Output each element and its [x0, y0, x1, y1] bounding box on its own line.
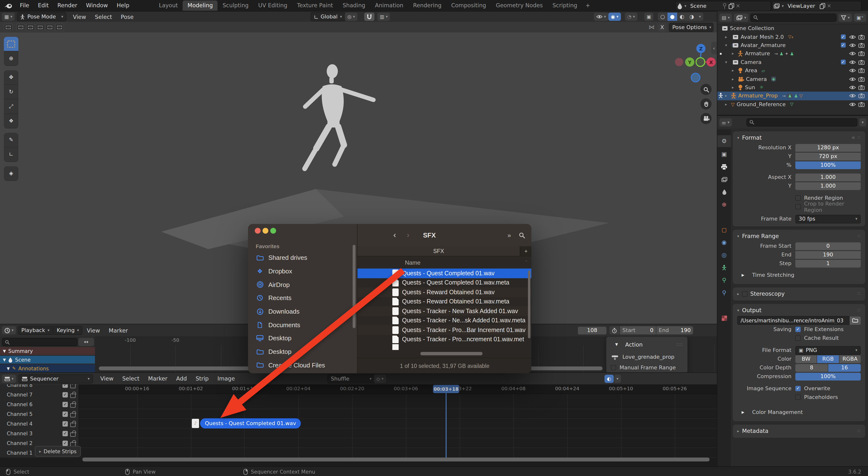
- viewport-menu[interactable]: Pose: [117, 13, 138, 20]
- expand-icon[interactable]: ▼: [7, 366, 10, 370]
- maximize-window-button[interactable]: [270, 228, 276, 234]
- properties-tab[interactable]: [717, 161, 731, 173]
- sequencer-body[interactable]: 00:00+1600:01+0200:01+1800:02+0400:02+20…: [0, 384, 717, 466]
- timeline-channel-row[interactable]: ▼ Scene: [0, 356, 95, 363]
- annotate-tool[interactable]: ✎: [4, 133, 19, 147]
- overlap-mode-selector[interactable]: Shuffle▾: [328, 374, 375, 383]
- wireframe-shading-button[interactable]: ○: [658, 12, 668, 21]
- time-stretching-section[interactable]: Time Stretching: [752, 272, 795, 278]
- color-bw-option[interactable]: BW: [795, 355, 817, 363]
- sequencer-menu[interactable]: Strip: [191, 375, 213, 382]
- properties-tab[interactable]: ⊕: [717, 199, 731, 210]
- list-hscrollbar[interactable]: [421, 352, 483, 355]
- sidebar-scrollbar[interactable]: [352, 245, 355, 328]
- measure-tool-icon[interactable]: [55, 24, 64, 31]
- action-name[interactable]: Love_grenade_prop: [622, 354, 675, 360]
- sidebar-item[interactable]: Desktop: [248, 332, 357, 345]
- solid-shading-button[interactable]: ●: [668, 12, 677, 21]
- sequencer-channel-row[interactable]: Channel 3: [0, 428, 79, 438]
- exclude-checkbox[interactable]: [841, 43, 845, 48]
- measure-tool[interactable]: ∟: [4, 147, 19, 162]
- channel-mute-checkbox[interactable]: [62, 401, 68, 407]
- zoom-button[interactable]: [701, 84, 712, 95]
- workspace-tab[interactable]: Compositing: [446, 0, 491, 11]
- file-row[interactable]: Quests - Reward Obtained 01.wav.meta: [358, 297, 531, 306]
- snap-toggle-button[interactable]: [364, 12, 374, 21]
- playhead-badge[interactable]: 00:03+18: [433, 385, 459, 393]
- hide-eye-toggle[interactable]: [849, 77, 856, 81]
- file-row[interactable]: Quests - Tracker - Pro...ncrement 01.wav…: [358, 335, 531, 344]
- exclude-checkbox[interactable]: [841, 60, 845, 65]
- list-column-header[interactable]: Nameˆ: [358, 256, 531, 269]
- select-box-tool[interactable]: [4, 37, 19, 51]
- select-lasso-icon[interactable]: [36, 24, 44, 31]
- expand-icon[interactable]: ▸: [732, 68, 738, 73]
- scale-tool[interactable]: ⤢: [4, 99, 19, 114]
- color-rgba-option[interactable]: RGBA: [839, 355, 861, 363]
- add-workspace-button[interactable]: +: [582, 0, 593, 11]
- workspace-tab[interactable]: Animation: [370, 0, 408, 11]
- frame-end-field[interactable]: End190: [656, 326, 693, 334]
- expand-icon[interactable]: ▸: [725, 94, 731, 98]
- expand-icon[interactable]: ▸: [732, 85, 738, 90]
- viewport-menu[interactable]: Select: [91, 13, 117, 20]
- sequencer-view-type-selector[interactable]: Sequencer▾: [19, 374, 93, 383]
- sequencer-channel-row[interactable]: Channel 7: [0, 390, 79, 399]
- compression-slider[interactable]: 100%: [795, 373, 861, 380]
- expand-icon[interactable]: ▸: [737, 429, 739, 433]
- properties-tab[interactable]: [717, 312, 731, 324]
- workspace-tab[interactable]: Sculpting: [218, 0, 253, 11]
- sidebar-item[interactable]: Downloads: [248, 305, 357, 318]
- tweak-select-icon[interactable]: [4, 24, 12, 31]
- file-row[interactable]: Quests - Quest Completed 01.wav: [358, 269, 531, 278]
- render-camera-toggle[interactable]: [858, 43, 865, 48]
- workspace-tab[interactable]: Texture Paint: [292, 0, 338, 11]
- expand-icon[interactable]: ▾: [725, 43, 731, 48]
- channel-mute-checkbox[interactable]: [62, 384, 68, 388]
- transform-tool[interactable]: ❖: [4, 114, 19, 128]
- sequencer-hscrollbar[interactable]: [82, 457, 710, 462]
- list-vscrollbar[interactable]: [528, 270, 530, 338]
- properties-tab[interactable]: ⚲: [717, 274, 731, 286]
- channel-mute-checkbox[interactable]: [62, 440, 68, 446]
- sidebar-item[interactable]: Documents: [248, 318, 357, 332]
- snap-strips-button[interactable]: ◇▾: [374, 375, 386, 383]
- outliner-filter-button[interactable]: ▾: [839, 13, 852, 22]
- remove-icon[interactable]: ✕: [827, 3, 831, 9]
- menubar-item[interactable]: File: [16, 0, 34, 11]
- sequencer-ruler[interactable]: [79, 384, 717, 394]
- pivot-point-button[interactable]: ◎▾: [345, 12, 358, 21]
- channel-lock-icon[interactable]: [70, 393, 75, 398]
- channel-mute-checkbox[interactable]: [62, 392, 68, 397]
- channel-mute-checkbox[interactable]: [62, 431, 68, 436]
- sidebar-item[interactable]: Desktop: [248, 345, 357, 358]
- viewlayer-selector[interactable]: ▾ ViewLayer ✕: [772, 1, 862, 11]
- expand-icon[interactable]: ▸: [732, 52, 738, 56]
- select-box-icon[interactable]: [17, 24, 25, 31]
- orientation-selector[interactable]: Global▾: [310, 12, 345, 21]
- workspace-tab[interactable]: Layout: [154, 0, 183, 11]
- current-frame-field[interactable]: 108: [578, 326, 607, 334]
- playhead-line[interactable]: [445, 393, 446, 457]
- mode-selector[interactable]: Pose Mode▾: [17, 12, 67, 21]
- properties-tab[interactable]: ◉: [717, 237, 731, 248]
- file-format-dropdown[interactable]: ▣PNG▾: [795, 346, 861, 355]
- sequencer-menu[interactable]: Image: [213, 375, 239, 382]
- render-camera-toggle[interactable]: [858, 101, 865, 107]
- properties-options-dropdown[interactable]: ▾: [859, 118, 866, 126]
- resolution-percent-slider[interactable]: 100%: [795, 161, 861, 169]
- workspace-tab[interactable]: Modeling: [183, 0, 218, 11]
- outliner-root-row[interactable]: Scene Collection: [717, 24, 868, 33]
- color-rgb-option[interactable]: RGB: [817, 355, 839, 363]
- aspect-x-field[interactable]: 1.000: [795, 173, 861, 181]
- expand-icon[interactable]: ▼: [3, 349, 6, 353]
- placeholders-checkbox[interactable]: [795, 394, 801, 400]
- falloff-button[interactable]: ◔▾: [625, 12, 638, 21]
- render-camera-toggle[interactable]: [858, 60, 865, 65]
- hide-eye-toggle[interactable]: [849, 102, 856, 107]
- finder-window[interactable]: Favorites Shared drives: [248, 224, 531, 373]
- pose-breakdowner-tool[interactable]: ◈: [4, 166, 19, 181]
- expand-icon[interactable]: ▾: [725, 60, 731, 64]
- sidebar-item[interactable]: Recents: [248, 291, 357, 305]
- hide-eye-toggle[interactable]: [849, 52, 856, 56]
